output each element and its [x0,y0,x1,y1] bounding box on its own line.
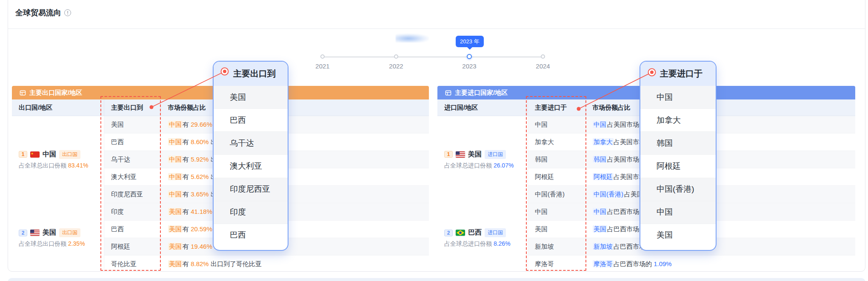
country-group-cell: 2巴西进口国占全球总进口份额 8.26% [437,203,528,272]
table-row: 摩洛哥摩洛哥占巴西市场的 1.09% [528,255,855,272]
table-icon [445,90,451,96]
partner-cell: 印度 [104,208,161,216]
global-share-value: 8.26% [494,240,511,247]
year-dot-2022[interactable] [394,54,398,59]
title-divider [8,28,865,29]
partner-cell: 美国 [528,225,585,233]
country-highlight: 中国 [168,138,183,145]
role-badge: 出口国 [59,228,80,237]
share-text: 有 [183,190,191,198]
decorative-watermark [396,34,429,43]
share-cell: 中国(香港)占美国市 [585,190,855,199]
partner-cell: 美国 [104,121,161,129]
info-icon[interactable]: ! [64,9,71,16]
col-header-market-share: 市场份额占比 [161,99,429,116]
country-group-cell: 1中国出口国占全球总出口份额 83.41% [12,116,104,203]
table-icon [20,90,26,96]
percent-value: 29.66% [191,121,212,128]
share-cell: 中国有 29.66% 出口到了美国 [161,121,429,129]
partner-cell: 中国 [528,121,585,129]
percent-value: 5.92% [191,156,209,163]
global-share-value: 83.41% [68,162,88,169]
partner-cell: 韩国 [528,156,585,164]
partner-cell: 摩洛哥 [528,260,585,268]
partner-cell: 阿根廷 [528,173,585,181]
import-popup-title: 主要进口于 [640,62,716,86]
popup-item: 巴西 [214,109,288,132]
country-highlight: 中国(香港) [593,190,624,198]
page-header: 全球贸易流向 ! [15,8,71,18]
share-text: 有 [183,260,191,267]
country-highlight: 韩国 [593,156,607,163]
year-tooltip-label: 2023 年 [460,38,480,45]
trade-flow-screen: 全球贸易流向 ! 2021202220232024 2023 年 主要出口国家/… [0,0,868,281]
global-share-value: 2.35% [68,240,85,247]
share-cell: 摩洛哥占巴西市场的 1.09% [585,260,855,268]
popup-item: 中国 [640,201,716,224]
rank-badge: 1 [19,151,27,158]
year-label-2024[interactable]: 2024 [529,62,557,70]
country-highlight: 中国 [168,121,183,128]
next-section-edge [8,278,865,281]
share-cell: 加拿大占美国市场 [585,138,855,146]
percent-value: 1.09% [654,260,672,267]
country-highlight: 中国 [168,173,183,180]
year-label-2021[interactable]: 2021 [309,62,336,70]
share-cell: 中国有 5.92% 出口到了乌干达 [161,156,429,164]
share-cell: 美国占巴西市场的 [585,225,855,233]
percent-value: 3.65% [191,190,209,198]
partner-cell: 印度尼西亚 [104,190,161,199]
popup-item: 加拿大 [640,109,716,132]
share-text: 出口到了哥伦比亚 [209,260,262,267]
country-highlight: 新加坡 [593,243,614,250]
share-cell: 美国有 20.59% 出口到了巴西 [161,225,429,233]
country-label-row: 1美国进口国 [444,150,528,159]
popup-item: 巴西 [214,224,288,247]
country-label-row: 1中国出口国 [19,150,104,159]
br-flag-icon [456,230,465,236]
country-group-cell: 1美国进口国占全球总进口份额 26.07% [437,116,528,203]
popup-item: 韩国 [640,132,716,155]
share-cell: 美国有 41.18% 出口到了印度 [161,208,429,216]
share-text: 有 [183,156,191,163]
year-label-2022[interactable]: 2022 [383,62,410,70]
share-cell: 中国占美国市场的 [585,121,855,129]
share-cell: 韩国占美国市场的 [585,156,855,164]
country-highlight: 美国 [168,260,183,267]
share-cell: 中国有 3.65% 出口到了印度尼西亚 [161,190,429,199]
slider-track[interactable] [323,57,543,57]
global-share-value: 26.07% [494,162,514,169]
percent-value: 41.18% [191,208,212,215]
popup-item: 阿根廷 [640,155,716,178]
page-title: 全球贸易流向 [15,8,61,18]
country-highlight: 加拿大 [593,138,614,145]
country-name: 中国 [43,150,56,159]
percent-value: 20.59% [191,225,212,233]
share-cell: 中国有 5.62% 出口到了澳大利亚 [161,173,429,181]
partner-cell: 新加坡 [528,243,585,251]
popup-item: 乌干达 [214,132,288,155]
country-highlight: 中国 [168,156,183,163]
rank-badge: 1 [444,151,453,158]
role-badge: 出口国 [59,150,80,159]
share-cell: 美国有 19.46% 出口到了阿根廷 [161,243,429,251]
country-highlight: 中国 [593,208,607,215]
partner-cell: 加拿大 [528,138,585,146]
year-dot-2021[interactable] [320,54,325,59]
year-dot-2024[interactable] [541,54,545,59]
year-label-2023[interactable]: 2023 [456,62,483,70]
global-share-label: 占全球总出口份额 83.41% [19,162,104,170]
partner-cell: 中国(香港) [528,190,585,199]
global-share-label: 占全球总进口份额 26.07% [444,162,528,170]
country-name: 美国 [468,150,482,159]
global-share-label: 占全球总进口份额 8.26% [444,240,528,248]
percent-value: 19.46% [191,243,212,250]
share-text: 有 [183,243,191,250]
country-highlight: 中国 [168,190,183,198]
year-dot-2023[interactable] [467,54,472,59]
import-from-magnifier-popup: 主要进口于 中国加拿大韩国阿根廷中国(香港)中国美国 [640,61,717,251]
popup-item: 美国 [214,86,288,109]
cn-flag-icon [30,151,40,158]
share-text: 有 [183,121,191,128]
popup-item: 中国(香港) [640,178,716,201]
